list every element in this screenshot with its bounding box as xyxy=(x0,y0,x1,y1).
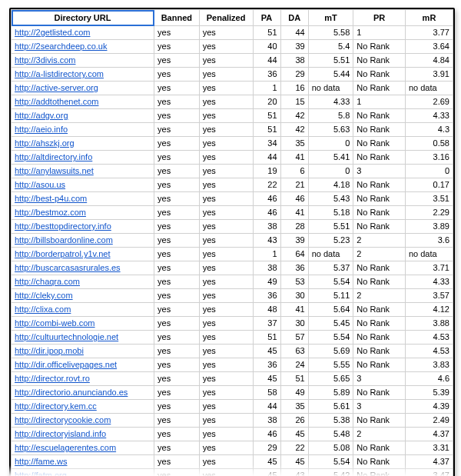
directory-url-link[interactable]: http://directorio.anunciando.es xyxy=(15,388,128,397)
directory-url-link[interactable]: http://altdirectory.info xyxy=(15,152,92,161)
table-row[interactable]: http://2searchdeep.co.ukyesyes40395.4No … xyxy=(12,40,453,54)
cell-url[interactable]: http://addtothenet.com xyxy=(12,95,154,109)
directory-url-link[interactable]: http://cleky.com xyxy=(15,291,73,300)
directory-url-link[interactable]: http://active-server.org xyxy=(15,83,98,92)
cell-url[interactable]: http://borderpatrol.y1v.net xyxy=(12,248,154,261)
directory-url-link[interactable]: http://a-listdirectory.com xyxy=(15,69,104,78)
col-header-da[interactable]: DA xyxy=(280,10,308,26)
table-row[interactable]: http://cleky.comyesyes36305.1123.57 xyxy=(12,289,453,303)
directory-url-link[interactable]: http://asou.us xyxy=(15,180,65,189)
directory-url-link[interactable]: http://directorycookie.com xyxy=(15,415,111,424)
table-row[interactable]: http://active-server.orgyesyes116no data… xyxy=(12,82,453,95)
table-row[interactable]: http://besttopdirectory.infoyesyes38285.… xyxy=(12,220,453,234)
cell-url[interactable]: http://clixa.com xyxy=(12,303,154,317)
table-row[interactable]: http://borderpatrol.y1v.netyesyes164no d… xyxy=(12,248,453,261)
table-row[interactable]: http://best-p4u.comyesyes46465.43No Rank… xyxy=(12,192,453,206)
directory-url-link[interactable]: http://besttopdirectory.info xyxy=(15,221,111,231)
table-row[interactable]: http://buscarcasasrurales.esyesyes38365.… xyxy=(12,261,453,275)
directory-url-link[interactable]: http://dir.ipop.mobi xyxy=(15,346,84,355)
cell-url[interactable]: http://asou.us xyxy=(12,178,154,192)
cell-url[interactable]: http://anylawsuits.net xyxy=(12,165,154,178)
directory-url-link[interactable]: http://bestmoz.com xyxy=(15,208,86,217)
table-row[interactable]: http://cultuurtechnologie.netyesyes51575… xyxy=(12,331,453,345)
col-header-penalized[interactable]: Penalized xyxy=(199,10,253,26)
table-row[interactable]: http://directoryisland.infoyesyes46455.4… xyxy=(12,428,453,441)
directory-url-link[interactable]: http://2getlisted.com xyxy=(15,28,90,37)
table-row[interactable]: http://asou.usyesyes22214.18No Rank0.17 xyxy=(12,178,453,192)
cell-url[interactable]: http://dir.ipop.mobi xyxy=(12,345,154,358)
col-header-pr[interactable]: PR xyxy=(353,10,406,26)
directory-url-link[interactable]: http://buscarcasasrurales.es xyxy=(15,263,121,272)
cell-url[interactable]: http://directory.kem.cc xyxy=(12,400,154,414)
spreadsheet-grid[interactable]: Directory URL Banned Penalized PA DA mT … xyxy=(9,8,455,476)
table-row[interactable]: http://2getlisted.comyesyes51445.5813.77 xyxy=(12,26,453,40)
directory-url-link[interactable]: http://3divis.com xyxy=(15,55,75,65)
cell-url[interactable]: http://active-server.org xyxy=(12,82,154,95)
directory-url-link[interactable]: http://escuelagerentes.com xyxy=(15,443,116,452)
cell-url[interactable]: http://3divis.com xyxy=(12,54,154,68)
directory-url-link[interactable]: http://chaqra.com xyxy=(15,277,80,286)
table-row[interactable]: http://dir.officelivepages.netyesyes3624… xyxy=(12,358,453,372)
directory-url-link[interactable]: http://director.rovt.ro xyxy=(15,374,90,383)
cell-url[interactable]: http://aeio.info xyxy=(12,123,154,137)
table-row[interactable]: http://dir.ipop.mobiyesyes45635.69No Ran… xyxy=(12,345,453,358)
table-row[interactable]: http://3divis.comyesyes44385.51No Rank4.… xyxy=(12,54,453,68)
cell-url[interactable]: http://dir.officelivepages.net xyxy=(12,358,154,372)
cell-url[interactable]: http://fame.ws xyxy=(12,455,154,469)
directory-url-link[interactable]: http://adgv.org xyxy=(15,111,68,120)
directory-url-link[interactable]: http://directoryisland.info xyxy=(15,429,106,438)
cell-url[interactable]: http://escuelagerentes.com xyxy=(12,441,154,455)
cell-url[interactable]: http://ahszkj.org xyxy=(12,137,154,151)
table-row[interactable]: http://directorycookie.comyesyes38265.38… xyxy=(12,414,453,428)
cell-url[interactable]: http://chaqra.com xyxy=(12,275,154,289)
cell-url[interactable]: http://besttopdirectory.info xyxy=(12,220,154,234)
cell-url[interactable]: http://best-p4u.com xyxy=(12,192,154,206)
table-row[interactable]: http://fame.wsyesyes45455.54No Rank4.37 xyxy=(12,455,453,469)
directory-url-link[interactable]: http://combi-web.com xyxy=(15,318,95,328)
table-row[interactable]: http://directory.kem.ccyesyes44355.6134.… xyxy=(12,400,453,414)
cell-url[interactable]: http://cleky.com xyxy=(12,289,154,303)
directory-url-link[interactable]: http://fatm.org xyxy=(15,471,67,476)
table-row[interactable]: http://aeio.infoyesyes51425.63No Rank4.3 xyxy=(12,123,453,137)
table-row[interactable]: http://anylawsuits.netyesyes196030 xyxy=(12,165,453,178)
directory-url-link[interactable]: http://ahszkj.org xyxy=(15,138,75,148)
table-row[interactable]: http://ahszkj.orgyesyes34350No Rank0.58 xyxy=(12,137,453,151)
cell-url[interactable]: http://directorycookie.com xyxy=(12,414,154,428)
directory-url-link[interactable]: http://directory.kem.cc xyxy=(15,401,97,411)
table-row[interactable]: http://addtothenet.comyesyes20154.3312.6… xyxy=(12,95,453,109)
directory-url-link[interactable]: http://addtothenet.com xyxy=(15,97,98,106)
cell-url[interactable]: http://cultuurtechnologie.net xyxy=(12,331,154,345)
directory-url-link[interactable]: http://dir.officelivepages.net xyxy=(15,360,117,369)
directory-url-link[interactable]: http://fame.ws xyxy=(15,457,67,466)
col-header-mr[interactable]: mR xyxy=(405,10,453,26)
cell-url[interactable]: http://a-listdirectory.com xyxy=(12,68,154,82)
cell-url[interactable]: http://combi-web.com xyxy=(12,317,154,331)
table-row[interactable]: http://billsboardonline.comyesyes43395.2… xyxy=(12,234,453,248)
directory-url-link[interactable]: http://billsboardonline.com xyxy=(15,235,113,245)
cell-url[interactable]: http://fatm.org xyxy=(12,469,154,477)
cell-url[interactable]: http://directoryisland.info xyxy=(12,428,154,441)
directory-url-link[interactable]: http://clixa.com xyxy=(15,305,71,314)
table-row[interactable]: http://combi-web.comyesyes37305.45No Ran… xyxy=(12,317,453,331)
table-row[interactable]: http://a-listdirectory.comyesyes36295.44… xyxy=(12,68,453,82)
cell-url[interactable]: http://billsboardonline.com xyxy=(12,234,154,248)
cell-url[interactable]: http://altdirectory.info xyxy=(12,151,154,165)
table-row[interactable]: http://directorio.anunciando.esyesyes584… xyxy=(12,386,453,400)
table-row[interactable]: http://altdirectory.infoyesyes44415.41No… xyxy=(12,151,453,165)
directory-url-link[interactable]: http://2searchdeep.co.uk xyxy=(15,42,107,51)
table-row[interactable]: http://fatm.orgyesyes45435.42No Rank3.47 xyxy=(12,469,453,477)
cell-url[interactable]: http://2searchdeep.co.uk xyxy=(12,40,154,54)
table-row[interactable]: http://chaqra.comyesyes49535.54No Rank4.… xyxy=(12,275,453,289)
table-row[interactable]: http://bestmoz.comyesyes46415.18No Rank2… xyxy=(12,206,453,220)
table-row[interactable]: http://director.rovt.royesyes45515.6534.… xyxy=(12,372,453,386)
col-header-banned[interactable]: Banned xyxy=(154,10,200,26)
col-header-mt[interactable]: mT xyxy=(308,10,353,26)
directory-url-link[interactable]: http://best-p4u.com xyxy=(15,194,87,203)
directory-url-link[interactable]: http://cultuurtechnologie.net xyxy=(15,332,118,341)
cell-url[interactable]: http://buscarcasasrurales.es xyxy=(12,261,154,275)
table-row[interactable]: http://clixa.comyesyes48415.64No Rank4.1… xyxy=(12,303,453,317)
table-row[interactable]: http://adgv.orgyesyes51425.8No Rank4.33 xyxy=(12,109,453,123)
cell-url[interactable]: http://director.rovt.ro xyxy=(12,372,154,386)
cell-url[interactable]: http://adgv.org xyxy=(12,109,154,123)
cell-url[interactable]: http://directorio.anunciando.es xyxy=(12,386,154,400)
